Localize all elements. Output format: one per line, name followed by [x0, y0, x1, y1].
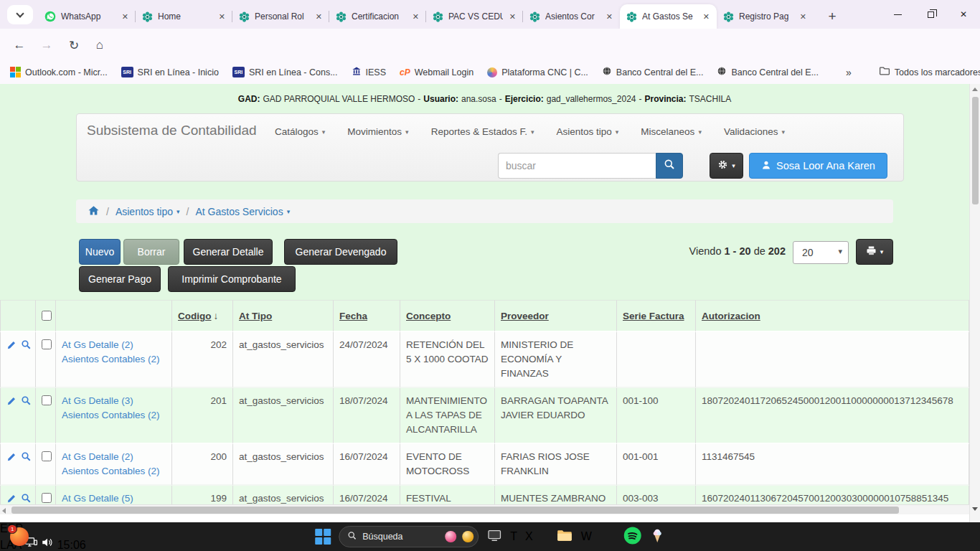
- bookmark-sri-inicio[interactable]: SRISRI en Línea - Inicio: [121, 67, 219, 77]
- user-menu-button[interactable]: Sosa Loor Ana Karen: [749, 153, 887, 179]
- bookmark-iess[interactable]: IESS: [352, 66, 387, 78]
- row-checkbox[interactable]: [42, 451, 52, 461]
- window-restore-button[interactable]: [914, 0, 947, 29]
- search-button[interactable]: [656, 153, 683, 179]
- word-icon[interactable]: W: [581, 530, 592, 543]
- header-autorizacion[interactable]: Autorizacion: [696, 300, 969, 332]
- tab-at-gastos-servicios-active[interactable]: At Gastos Se ✕: [620, 4, 717, 29]
- menu-reportes[interactable]: Reportes & Estados F.▾: [431, 126, 534, 137]
- page-size-select[interactable]: 20: [793, 241, 849, 264]
- scroll-up-icon[interactable]: [972, 88, 978, 91]
- tab-registro-pagos[interactable]: Registro Pag ✕: [717, 4, 814, 29]
- edit-pencil-icon[interactable]: [6, 493, 17, 504]
- imprimir-comprobante-button[interactable]: Imprimir Comprobante: [168, 266, 296, 292]
- edit-pencil-icon[interactable]: [6, 395, 17, 410]
- header-concepto[interactable]: Concepto: [400, 300, 495, 332]
- bookmark-outlook[interactable]: Outlook.com - Micr...: [10, 67, 108, 77]
- borrar-button[interactable]: Borrar: [123, 239, 179, 265]
- horizontal-scrollbar[interactable]: [0, 504, 969, 514]
- tab-search-button[interactable]: [7, 5, 33, 24]
- teams-icon[interactable]: T: [510, 530, 517, 543]
- vertical-scrollbar[interactable]: [969, 84, 980, 522]
- icecream-app-icon[interactable]: [649, 527, 665, 546]
- tab-asientos-contables[interactable]: Asientos Cor ✕: [523, 4, 620, 29]
- taskbar-search[interactable]: Búsqueda: [339, 526, 479, 547]
- horizontal-scroll-thumb[interactable]: [11, 507, 899, 514]
- search-input[interactable]: [498, 153, 656, 179]
- zoom-record-icon[interactable]: [21, 451, 32, 466]
- row-link-at-gs-detalle[interactable]: At Gs Detalle (3): [62, 394, 166, 408]
- menu-catalogos[interactable]: Catálogos▾: [275, 126, 325, 137]
- spotify-icon[interactable]: [623, 527, 641, 547]
- edit-pencil-icon[interactable]: [6, 339, 17, 354]
- bookmark-plataforma-cnc[interactable]: Plataforma CNC | C...: [487, 67, 588, 77]
- tab-close-icon[interactable]: ✕: [314, 12, 324, 22]
- all-bookmarks-button[interactable]: Todos los marcadores: [879, 65, 980, 79]
- row-checkbox[interactable]: [42, 339, 52, 349]
- zoom-record-icon[interactable]: [21, 493, 32, 504]
- tab-certificacion[interactable]: Certificacion ✕: [329, 4, 426, 29]
- tab-close-icon[interactable]: ✕: [121, 12, 130, 22]
- bookmark-banco-central-2[interactable]: Banco Central del E...: [717, 66, 819, 78]
- scroll-down-icon[interactable]: [972, 507, 978, 511]
- tab-personal-rol[interactable]: Personal Rol ✕: [232, 4, 329, 29]
- vertical-scroll-thumb[interactable]: [972, 97, 979, 204]
- tab-close-icon[interactable]: ✕: [411, 12, 420, 22]
- tab-close-icon[interactable]: ✕: [508, 12, 517, 22]
- menu-validaciones[interactable]: Validaciones▾: [724, 126, 785, 137]
- excel-icon[interactable]: X: [525, 530, 533, 543]
- select-all-checkbox[interactable]: [42, 311, 52, 321]
- volume-icon[interactable]: [41, 539, 54, 551]
- bookmark-banco-central-1[interactable]: Banco Central del E...: [602, 66, 704, 78]
- edit-pencil-icon[interactable]: [6, 451, 17, 466]
- generar-pago-button[interactable]: Generar Pago: [79, 266, 161, 292]
- browser-home-button[interactable]: ⌂: [90, 36, 109, 55]
- header-codigo[interactable]: Codigo↓: [172, 300, 233, 332]
- menu-miscelaneos[interactable]: Miscelaneos▾: [641, 126, 702, 137]
- header-at-tipo[interactable]: At Tipo: [233, 300, 334, 332]
- tab-close-icon[interactable]: ✕: [702, 12, 711, 22]
- nuevo-button[interactable]: Nuevo: [79, 239, 121, 265]
- bookmarks-overflow-icon[interactable]: »: [846, 67, 852, 78]
- tab-close-icon[interactable]: ✕: [217, 12, 227, 22]
- tab-close-icon[interactable]: ✕: [798, 12, 808, 22]
- row-link-asientos-contables[interactable]: Asientos Contables (2): [62, 352, 166, 367]
- new-tab-button[interactable]: +: [822, 6, 842, 27]
- start-button[interactable]: [315, 529, 331, 545]
- bookmark-sri-consultas[interactable]: SRISRI en Línea - Cons...: [232, 67, 338, 77]
- zoom-record-icon[interactable]: [21, 395, 32, 410]
- menu-movimientos[interactable]: Movimientos▾: [347, 126, 408, 137]
- settings-button[interactable]: ▾: [710, 153, 743, 179]
- tab-whatsapp[interactable]: WhatsApp ✕: [39, 4, 136, 29]
- header-fecha[interactable]: Fecha: [334, 300, 400, 332]
- breadcrumb-asientos-tipo[interactable]: Asientos tipo▾: [116, 206, 180, 217]
- bookmark-webmail[interactable]: cPWebmail Login: [400, 67, 473, 77]
- home-icon[interactable]: [88, 204, 100, 219]
- menu-asientos-tipo[interactable]: Asientos tipo▾: [557, 126, 619, 137]
- virtual-desktops-icon[interactable]: [486, 527, 502, 546]
- row-checkbox[interactable]: [42, 493, 52, 503]
- generar-devengado-button[interactable]: Generar Devengado: [284, 239, 397, 265]
- row-link-at-gs-detalle[interactable]: At Gs Detalle (2): [62, 338, 166, 352]
- breadcrumb-at-gastos-servicios[interactable]: At Gastos Servicios▾: [195, 206, 290, 217]
- tab-close-icon[interactable]: ✕: [605, 12, 614, 22]
- forward-button[interactable]: →: [37, 36, 56, 55]
- tab-home[interactable]: Home ✕: [136, 4, 232, 29]
- row-link-asientos-contables[interactable]: Asientos Contables (2): [62, 464, 166, 479]
- row-link-at-gs-detalle[interactable]: At Gs Detalle (5): [62, 491, 166, 504]
- row-link-at-gs-detalle[interactable]: At Gs Detalle (2): [62, 450, 166, 464]
- scroll-left-icon[interactable]: [2, 508, 6, 514]
- notification-app-icon[interactable]: 1: [10, 527, 29, 546]
- row-link-asientos-contables[interactable]: Asientos Contables (2): [62, 408, 166, 423]
- header-serie-factura[interactable]: Serie Factura: [617, 300, 696, 332]
- row-checkbox[interactable]: [42, 395, 52, 405]
- reload-button[interactable]: ↻: [65, 36, 83, 55]
- window-close-button[interactable]: ✕: [947, 0, 980, 29]
- window-minimize-button[interactable]: [881, 0, 914, 29]
- file-explorer-icon[interactable]: [557, 527, 573, 547]
- print-button[interactable]: ▾: [856, 239, 893, 265]
- tab-pac-vs-cedu[interactable]: PAC VS CEDU ✕: [426, 4, 523, 29]
- back-button[interactable]: ←: [10, 36, 29, 55]
- zoom-record-icon[interactable]: [21, 339, 32, 354]
- generar-detalle-button[interactable]: Generar Detalle: [184, 239, 273, 265]
